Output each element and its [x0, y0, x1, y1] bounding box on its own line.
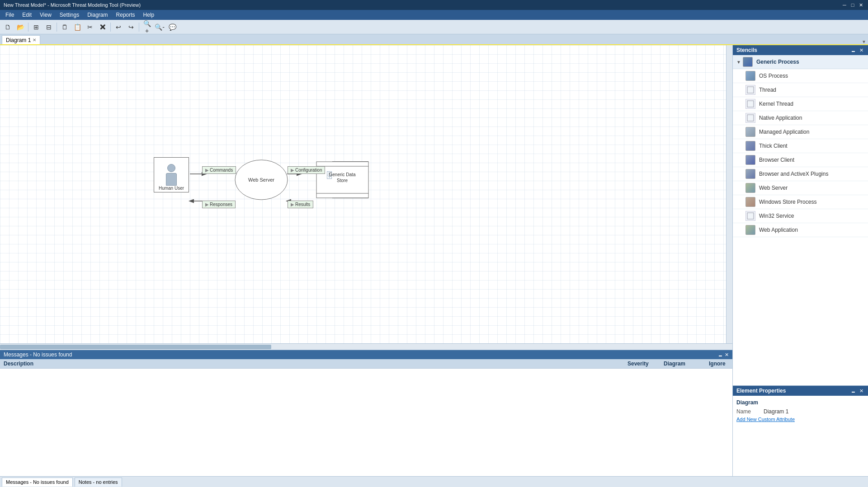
native-app-label: Native Application	[759, 115, 802, 121]
toolbar-btn8[interactable]: 🗙	[97, 21, 108, 33]
properties-close-btn[interactable]: ✕	[859, 388, 864, 394]
web-app-icon	[745, 225, 755, 235]
configuration-label: ▶Configuration	[288, 166, 325, 174]
toolbar-btn6[interactable]: 📋	[71, 21, 83, 33]
messages-close-btn[interactable]: ✕	[725, 352, 729, 358]
svg-rect-15	[747, 87, 754, 93]
stencil-item-windows-store[interactable]: Windows Store Process	[733, 195, 868, 209]
toolbar-btn3[interactable]: ⊞	[30, 21, 42, 33]
windows-store-label: Windows Store Process	[759, 199, 816, 205]
toolbar-zoom-in[interactable]: 🔍+	[141, 21, 153, 33]
stencil-item-native-application[interactable]: Native Application	[733, 111, 868, 125]
stencil-item-browser-client[interactable]: Browser Client	[733, 153, 868, 167]
status-tab-messages[interactable]: Messages - No issues found	[2, 478, 73, 487]
right-panels: Stencils 🗕 ✕ ▼ Generic Process OS Proces…	[732, 45, 868, 476]
properties-header: Element Properties 🗕 ✕	[733, 386, 868, 396]
element-properties-panel: Element Properties 🗕 ✕ Diagram Name Diag…	[733, 386, 868, 476]
hscrollbar-thumb[interactable]	[0, 345, 271, 349]
toolbar-sep-2	[57, 23, 57, 32]
canvas-vscrollbar[interactable]	[726, 45, 732, 343]
kernel-thread-label: Kernel Thread	[759, 101, 793, 107]
web-server-icon	[745, 183, 755, 193]
menu-edit[interactable]: Edit	[19, 10, 35, 19]
toolbar-btn5[interactable]: 🗒	[59, 21, 71, 33]
stencil-item-os-process[interactable]: OS Process	[733, 69, 868, 83]
human-user-element[interactable]: Human User	[154, 157, 189, 198]
toolbar-comment[interactable]: 💬	[166, 21, 178, 33]
stencil-category-generic-process[interactable]: ▼ Generic Process	[733, 55, 868, 69]
stencil-item-managed-application[interactable]: Managed Application	[733, 125, 868, 139]
minimize-button[interactable]: ─	[841, 1, 848, 9]
managed-app-label: Managed Application	[759, 129, 809, 135]
toolbar-sep-1	[28, 23, 28, 32]
tab-diagram1[interactable]: Diagram 1 ✕	[2, 35, 40, 44]
toolbar-open[interactable]: 📂	[14, 21, 26, 33]
toolbar-zoom-out[interactable]: 🔍-	[154, 21, 165, 33]
human-user-label: Human User	[159, 186, 184, 191]
stencil-item-kernel-thread[interactable]: Kernel Thread	[733, 97, 868, 111]
os-process-icon	[745, 71, 755, 81]
menu-settings[interactable]: Settings	[56, 10, 83, 19]
toolbar-btn7[interactable]: ✂	[84, 21, 96, 33]
web-server-label: Web Server	[759, 185, 788, 191]
svg-rect-18	[747, 213, 754, 219]
status-notes-label: Notes - no entries	[79, 479, 118, 485]
add-custom-attribute-link[interactable]: Add New Custom Attribute	[736, 417, 864, 422]
stencil-item-web-application[interactable]: Web Application	[733, 223, 868, 237]
svg-text:Store: Store	[337, 178, 348, 183]
messages-pin-btn[interactable]: 🗕	[718, 352, 723, 358]
msg-col-severity: Severity	[624, 359, 660, 368]
restore-button[interactable]: □	[849, 1, 856, 9]
prop-section-diagram: Diagram	[736, 399, 864, 406]
generic-process-label: Generic Process	[756, 59, 799, 65]
tab-label: Diagram 1	[6, 37, 31, 43]
native-app-icon	[745, 113, 755, 123]
human-user-icon	[166, 164, 177, 186]
thread-icon	[745, 85, 755, 95]
prop-name-value: Diagram 1	[764, 408, 864, 415]
messages-header: Messages - No issues found 🗕 ✕	[0, 350, 732, 359]
canvas-hscrollbar[interactable]	[0, 343, 732, 350]
toolbar-new[interactable]: 🗋	[2, 21, 14, 33]
menu-view[interactable]: View	[36, 10, 55, 19]
web-app-label: Web Application	[759, 227, 798, 233]
configuration-flow[interactable]: ▶Configuration	[288, 166, 325, 174]
generic-process-category-icon	[743, 57, 753, 67]
toolbar-undo[interactable]: ↩	[113, 21, 124, 33]
tab-close-icon[interactable]: ✕	[33, 37, 36, 42]
menu-reports[interactable]: Reports	[113, 10, 139, 19]
toolbar-btn4[interactable]: ⊟	[43, 21, 55, 33]
menu-help[interactable]: Help	[140, 10, 158, 19]
svg-point-7	[235, 160, 288, 200]
responses-flow[interactable]: ▶Responses	[202, 201, 236, 208]
responses-label: ▶Responses	[202, 201, 236, 208]
stencil-item-thread[interactable]: Thread	[733, 83, 868, 97]
app-title: New Threat Model* - Microsoft Threat Mod…	[4, 2, 141, 8]
thick-client-label: Thick Client	[759, 143, 788, 149]
properties-controls: 🗕 ✕	[850, 388, 864, 394]
stencil-item-thick-client[interactable]: Thick Client	[733, 139, 868, 153]
menu-file[interactable]: File	[2, 10, 18, 19]
close-button[interactable]: ✕	[857, 1, 864, 9]
tab-scroll-arrow[interactable]: ▼	[860, 39, 868, 44]
toolbar-redo[interactable]: ↪	[125, 21, 137, 33]
commands-label: ▶Commands	[202, 166, 236, 174]
results-flow[interactable]: ▶Results	[288, 201, 313, 208]
status-messages-label: Messages - No issues found	[6, 479, 69, 485]
stencil-item-web-server[interactable]: Web Server	[733, 181, 868, 195]
stencil-item-win32-service[interactable]: Win32 Service	[733, 209, 868, 223]
hscrollbar-track[interactable]	[0, 345, 732, 349]
commands-flow[interactable]: ▶Commands	[202, 166, 236, 174]
browser-activex-icon	[745, 169, 755, 179]
diagram-canvas[interactable]: Web Server 🗄 Generic Data Store	[0, 45, 726, 343]
status-tab-notes[interactable]: Notes - no entries	[75, 478, 122, 487]
stencils-header-controls: 🗕 ✕	[850, 47, 864, 53]
stencils-list: ▼ Generic Process OS Process Thread	[733, 55, 868, 385]
stencils-pin-btn[interactable]: 🗕	[850, 47, 857, 53]
properties-pin-btn[interactable]: 🗕	[850, 388, 857, 394]
messages-panel: Messages - No issues found 🗕 ✕ Descripti…	[0, 350, 732, 476]
menu-diagram[interactable]: Diagram	[84, 10, 111, 19]
stencil-item-browser-activex[interactable]: Browser and ActiveX Plugins	[733, 167, 868, 181]
stencils-close-btn[interactable]: ✕	[859, 47, 864, 53]
browser-client-label: Browser Client	[759, 157, 794, 163]
